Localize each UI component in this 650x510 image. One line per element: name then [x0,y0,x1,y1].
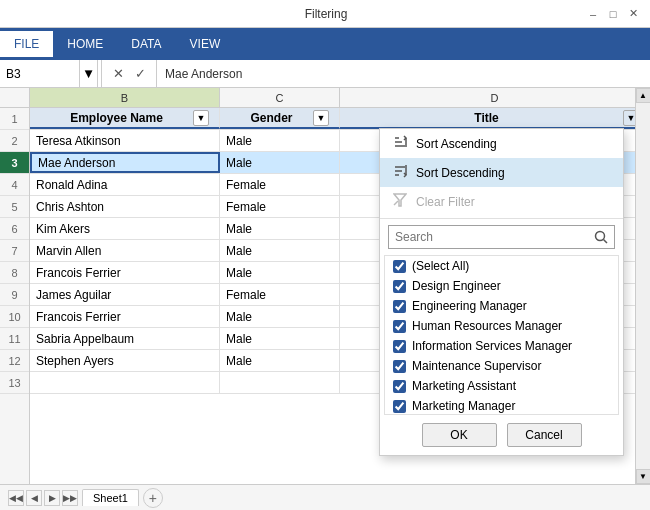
row-num-13[interactable]: 13 [0,372,29,394]
list-item[interactable]: Maintenance Supervisor [385,356,618,376]
header-cell-b[interactable]: Employee Name ▼ [30,108,220,129]
cancel-formula-button[interactable]: ✕ [108,64,128,84]
row-num-5[interactable]: 5 [0,196,29,218]
sheet-nav-next[interactable]: ▶ [44,490,60,506]
maximize-button[interactable]: □ [604,5,622,23]
scroll-track[interactable] [636,103,650,469]
cell-c-7[interactable]: Male [220,240,340,261]
filter-dropdown: Sort Ascending Sort Descending [379,128,624,456]
row-num-12[interactable]: 12 [0,350,29,372]
checkbox-label-engineering-manager: Engineering Manager [412,299,527,313]
list-item[interactable]: Human Resources Manager [385,316,618,336]
row-num-2[interactable]: 2 [0,130,29,152]
cell-ref-dropdown[interactable]: ▼ [80,60,98,87]
checkbox-select-all[interactable] [393,260,406,273]
row-num-11[interactable]: 11 [0,328,29,350]
sheet-nav-last[interactable]: ▶▶ [62,490,78,506]
header-d-text: Title [350,111,623,125]
list-item[interactable]: Design Engineer [385,276,618,296]
row-num-8[interactable]: 8 [0,262,29,284]
tab-data[interactable]: DATA [117,31,175,57]
vertical-scrollbar: ▲ ▼ [635,88,650,484]
cell-c-4[interactable]: Female [220,174,340,195]
close-button[interactable]: ✕ [624,5,642,23]
header-cell-d[interactable]: Title ▼ [340,108,650,129]
ok-button[interactable]: OK [422,423,497,447]
cell-b-10[interactable]: Francois Ferrier [30,306,220,327]
cell-b-3[interactable]: Mae Anderson [30,152,220,173]
cell-b-6[interactable]: Kim Akers [30,218,220,239]
clear-filter-item[interactable]: Clear Filter [380,187,623,216]
cell-reference: B3 [0,60,80,87]
tab-home[interactable]: HOME [53,31,117,57]
checkbox-label-maintenance-supervisor: Maintenance Supervisor [412,359,541,373]
cell-c-5[interactable]: Female [220,196,340,217]
cell-b-13[interactable] [30,372,220,393]
cell-c-11[interactable]: Male [220,328,340,349]
minimize-button[interactable]: – [584,5,602,23]
search-input[interactable] [388,225,615,249]
sheet-nav-prev[interactable]: ◀ [26,490,42,506]
col-header-b[interactable]: B [30,88,220,107]
search-button[interactable] [591,227,611,247]
col-header-d[interactable]: D [340,88,650,107]
checkbox-marketing-assistant[interactable] [393,380,406,393]
cancel-button[interactable]: Cancel [507,423,582,447]
row-num-10[interactable]: 10 [0,306,29,328]
cell-c-8[interactable]: Male [220,262,340,283]
cell-b-4[interactable]: Ronald Adina [30,174,220,195]
row-num-4[interactable]: 4 [0,174,29,196]
svg-point-10 [596,232,605,241]
sort-ascending-item[interactable]: Sort Ascending [380,129,623,158]
cell-b-9[interactable]: James Aguilar [30,284,220,305]
tab-view[interactable]: VIEW [176,31,235,57]
cell-c-6[interactable]: Male [220,218,340,239]
col-header-c[interactable]: C [220,88,340,107]
filter-btn-b[interactable]: ▼ [193,110,209,126]
cell-b-12[interactable]: Stephen Ayers [30,350,220,371]
sheet-nav-arrows: ◀◀ ◀ ▶ ▶▶ [8,490,78,506]
cell-c-13[interactable] [220,372,340,393]
sheet-nav-first[interactable]: ◀◀ [8,490,24,506]
cell-c-10[interactable]: Male [220,306,340,327]
list-item[interactable]: Marketing Manager [385,396,618,415]
dropdown-buttons: OK Cancel [380,415,623,455]
cell-c-12[interactable]: Male [220,350,340,371]
cell-c-2[interactable]: Male [220,130,340,151]
list-item[interactable]: (Select All) [385,256,618,276]
list-item[interactable]: Information Services Manager [385,336,618,356]
cell-c-9[interactable]: Female [220,284,340,305]
list-item[interactable]: Marketing Assistant [385,376,618,396]
header-row: Employee Name ▼ Gender ▼ Title ▼ [30,108,650,130]
sort-descending-item[interactable]: Sort Descending [380,158,623,187]
row-num-3[interactable]: 3 [0,152,29,174]
scroll-up-button[interactable]: ▲ [636,88,651,103]
row-num-1[interactable]: 1 [0,108,29,130]
cell-b-2[interactable]: Teresa Atkinson [30,130,220,151]
checkbox-marketing-manager[interactable] [393,400,406,413]
scroll-down-button[interactable]: ▼ [636,469,651,484]
row-num-9[interactable]: 9 [0,284,29,306]
cell-b-5[interactable]: Chris Ashton [30,196,220,217]
row-num-6[interactable]: 6 [0,218,29,240]
checkbox-hr-manager[interactable] [393,320,406,333]
checkbox-is-manager[interactable] [393,340,406,353]
add-sheet-button[interactable]: + [143,488,163,508]
cell-b-11[interactable]: Sabria Appelbaum [30,328,220,349]
list-item[interactable]: Engineering Manager [385,296,618,316]
confirm-formula-button[interactable]: ✓ [130,64,150,84]
sheet-tab-sheet1[interactable]: Sheet1 [82,489,139,506]
checkbox-label-marketing-manager: Marketing Manager [412,399,515,413]
row-num-7[interactable]: 7 [0,240,29,262]
tab-file[interactable]: FILE [0,31,53,57]
header-cell-c[interactable]: Gender ▼ [220,108,340,129]
checkbox-label-select-all: (Select All) [412,259,469,273]
filter-btn-c[interactable]: ▼ [313,110,329,126]
checkbox-engineering-manager[interactable] [393,300,406,313]
checkbox-maintenance-supervisor[interactable] [393,360,406,373]
status-bar: ◀◀ ◀ ▶ ▶▶ Sheet1 + [0,484,650,510]
cell-c-3[interactable]: Male [220,152,340,173]
cell-b-7[interactable]: Marvin Allen [30,240,220,261]
checkbox-design-engineer[interactable] [393,280,406,293]
cell-b-8[interactable]: Francois Ferrier [30,262,220,283]
